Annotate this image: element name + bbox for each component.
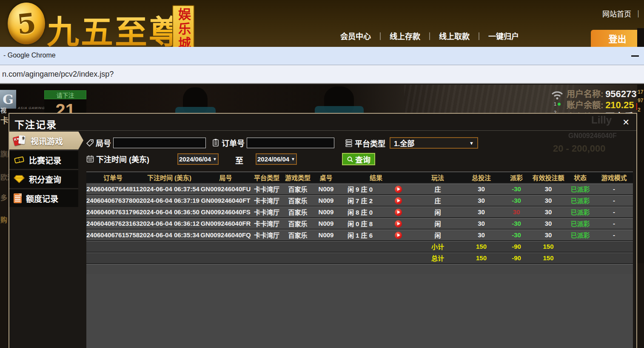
bet-table-wrap: 订单号 下注时间 (美东) 局号 平台类型 游戏类型 桌号 结果 玩法 总投注 … (86, 172, 633, 348)
subtotal-total-bet: 150 (461, 241, 502, 252)
cell-valid_bet: 30 (531, 229, 565, 241)
col-playtype: 玩法 (414, 172, 461, 183)
cell-total_bet: 30 (461, 218, 502, 229)
bet-records-table: 订单号 下注时间 (美东) 局号 平台类型 游戏类型 桌号 结果 玩法 总投注 … (86, 172, 633, 274)
platform-type-select[interactable]: 1.全部 ▼ (390, 137, 478, 149)
col-bet-time: 下注时间 (美东) (140, 172, 199, 183)
username-label: 用户名称: (567, 89, 604, 99)
round-number-input[interactable] (113, 138, 206, 148)
tag-icon (86, 139, 94, 147)
col-order: 订单号 (86, 172, 140, 183)
clipboard-icon (212, 138, 219, 147)
sidebar-item-video-games[interactable]: K♥9 视讯游戏 (9, 131, 83, 150)
cell-mode: - (595, 195, 633, 206)
cell-platform: 卡卡湾厅 (252, 206, 281, 218)
platform-type-value: 1.全部 (394, 138, 414, 148)
sidebar-item-quota-records[interactable]: 额度记录 (9, 189, 78, 207)
order-number-label: 订单号 (222, 137, 245, 148)
road-index-1: 1 (554, 101, 556, 106)
nav-one-click-transfer[interactable]: 一键归户 (488, 30, 519, 41)
platform-icon (345, 139, 353, 147)
sidebar-item-label: 额度记录 (26, 193, 58, 204)
subtotal-payout: -90 (502, 241, 531, 252)
nav-member-center[interactable]: 会员中心 (340, 30, 371, 41)
modal-title-bar: 下注记录 ✕ (9, 114, 636, 131)
logout-button[interactable]: 登出 (591, 30, 644, 47)
table-row: 2406040676378002024-06-04 06:37:19GN0092… (86, 195, 633, 206)
grand-total-valid-bet: 150 (531, 252, 565, 264)
replay-video-icon[interactable] (395, 197, 402, 204)
cell-payout: -30 (502, 195, 531, 206)
cell-playtype: 闲 (414, 229, 461, 241)
cell-result: 闲 0 庄 8 (338, 218, 382, 229)
road-dot-icon (558, 103, 561, 106)
close-icon[interactable]: ✕ (622, 117, 630, 127)
cell-game: 百家乐 (281, 229, 314, 241)
cell-order: 240604067623163 (86, 218, 140, 229)
cell-playtype: 闲 (414, 218, 461, 229)
col-game-mode: 游戏模式 (595, 172, 633, 183)
minimize-icon[interactable] (631, 55, 639, 57)
date-to-select[interactable]: 2024/06/04 ▼ (256, 153, 297, 165)
wifi-icon (550, 90, 564, 100)
replay-video-icon[interactable] (395, 186, 402, 193)
table-row: 2406040676157582024-06-04 06:35:34GN0092… (86, 229, 633, 241)
cell-total_bet: 30 (461, 206, 502, 218)
brand-logo-circle: 5 (8, 3, 45, 44)
cell-total_bet: 30 (461, 195, 502, 206)
nav-separator: ｜ (426, 30, 433, 41)
chrome-url-bar[interactable]: n.com/agingame/pcv2/index.jsp? (0, 65, 644, 84)
diamond-icon (14, 174, 25, 184)
modal-content: 局号 订单号 平台类型 1.全部 ▼ (86, 131, 633, 348)
nav-deposit[interactable]: 线上存款 (390, 30, 420, 41)
grand-total-payout: -90 (502, 252, 531, 264)
col-payout: 派彩 (502, 172, 531, 183)
cell-game: 百家乐 (281, 183, 314, 195)
asia-gaming-label: ASIA GAMING (18, 106, 45, 110)
cell-valid_bet: 30 (531, 218, 565, 229)
cell-time: 2024-06-04 06:37:19 (140, 195, 199, 206)
table-row: 2406040676448112024-06-04 06:37:54GN0092… (86, 183, 633, 195)
table-row: 2406040676231632024-06-04 06:36:12GN0092… (86, 218, 633, 229)
site-header: 5 九五至尊 娱乐城 网站首页 ｜ 会员中心 ｜ 线上存款 ｜ 线上取款 ｜ 一… (0, 0, 644, 47)
search-button-label: 查询 (355, 154, 370, 165)
replay-video-icon[interactable] (395, 232, 402, 239)
col-round: 局号 (199, 172, 252, 183)
sidebar-item-points-query[interactable]: 积分查询 (9, 170, 78, 188)
order-number-input[interactable] (247, 138, 334, 148)
sidebar-item-label: 积分查询 (29, 173, 61, 185)
col-table-no: 桌号 (314, 172, 338, 183)
sidebar-item-match-records[interactable]: 比赛记录 (9, 150, 78, 169)
replay-video-icon[interactable] (395, 220, 402, 227)
home-link[interactable]: 网站首页 (602, 8, 631, 19)
date-from-select[interactable]: 2024/06/04 ▼ (177, 153, 219, 165)
home-link-separator: ｜ (635, 8, 642, 19)
col-status: 状态 (565, 172, 595, 183)
replay-video-icon[interactable] (395, 209, 402, 216)
cell-valid_bet: 30 (531, 195, 565, 206)
empty-row (86, 264, 633, 274)
cell-platform: 卡卡湾厅 (252, 229, 281, 241)
col-total-bet: 总投注 (461, 172, 502, 183)
search-button[interactable]: 查询 (342, 153, 375, 165)
chevron-down-icon: ▼ (291, 157, 295, 161)
cell-time: 2024-06-04 06:36:50 (140, 206, 199, 218)
cell-payout: -30 (502, 218, 531, 229)
cell-order: 240604067631796 (86, 206, 140, 218)
logo-number: 5 (15, 6, 37, 40)
cell-total_bet: 30 (461, 229, 502, 241)
search-icon (347, 156, 353, 163)
cell-result: 闲 8 庄 0 (338, 206, 382, 218)
nav-withdraw[interactable]: 线上取款 (439, 30, 470, 41)
replay-cell (382, 229, 414, 241)
cell-table_no: N009 (314, 229, 338, 241)
chevron-down-icon: ▼ (213, 157, 217, 161)
replay-cell (382, 195, 414, 206)
cell-order: 240604067615758 (86, 229, 140, 241)
cell-table_no: N009 (314, 206, 338, 218)
grand-total-row: 总计 150 -90 150 (86, 252, 633, 264)
modal-title: 下注记录 (14, 117, 57, 131)
chevron-down-icon: ▼ (469, 141, 474, 146)
grand-total-total-bet: 150 (461, 252, 502, 264)
cell-round: GN009246040FS (199, 206, 252, 218)
